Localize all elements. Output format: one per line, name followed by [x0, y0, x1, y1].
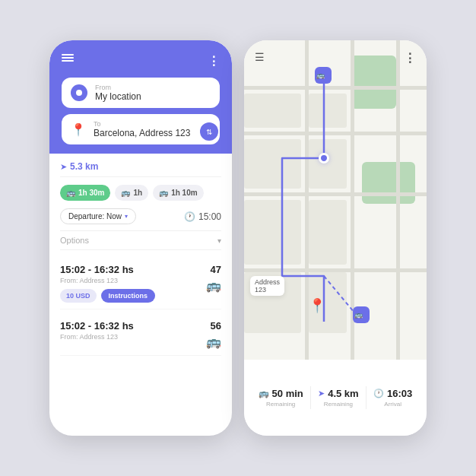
bus-icon-1: 🚌 [121, 189, 130, 197]
from-card[interactable]: From My location [62, 78, 220, 108]
price-badge-0[interactable]: 10 USD [60, 289, 97, 303]
clock-stat-icon: 🕐 [373, 389, 384, 398]
result-1-number: 56 🚌 [206, 320, 221, 349]
route-chip-2[interactable]: 🚌 1h 10m [153, 185, 203, 201]
route-result-1-info: 15:02 - 16:32 hs From: Address 123 [60, 320, 206, 345]
from-text: From My location [95, 84, 141, 102]
result-0-number: 47 🚌 [206, 264, 221, 293]
bus-stop-top-pin: 🚌 [315, 67, 332, 84]
map-container: ☰ ⋮ [244, 40, 427, 360]
bus-icon-0: 🚌 [66, 189, 75, 197]
result-0-from: From: Address 123 [60, 277, 206, 284]
current-location-pin [319, 153, 329, 163]
bus-stop-bottom: 🚌 [353, 306, 370, 323]
stat-label-1: Remaining [324, 401, 353, 408]
route-options: 🚌 1h 30m 🚌 1h 🚌 1h 10m [60, 185, 221, 201]
dest-pin-icon: 📍 [309, 299, 325, 313]
result-0-actions: 10 USD Instructions [60, 289, 206, 303]
time-display: 🕐 15:00 [184, 211, 221, 222]
bus-stat-icon: 🚌 [259, 389, 269, 398]
stat-value-0: 50 min [272, 388, 303, 399]
hamburger-icon[interactable] [62, 54, 74, 68]
left-phone-header: ⋮ From My location ⇅ 📍 To Barcelona, [49, 40, 232, 154]
map-hamburger-icon[interactable]: ☰ [255, 51, 265, 65]
map-header-icons: ☰ ⋮ [255, 51, 416, 65]
departure-row: Departure: Now ▾ 🕐 15:00 [60, 208, 221, 224]
swap-button[interactable]: ⇅ [200, 122, 218, 141]
from-label: From [95, 84, 141, 91]
stat-time-remaining: 🚌 50 min Remaining [259, 388, 303, 408]
stat-top-1: ➤ 4.5 km [318, 388, 358, 399]
stat-top-2: 🕐 16:03 [373, 388, 412, 399]
route-duration-0: 1h 30m [78, 189, 104, 197]
distance-text: 5.3 km [70, 161, 98, 172]
nav-stat-icon: ➤ [318, 389, 325, 398]
instructions-button-0[interactable]: Instructions [101, 289, 156, 303]
menu-dots-icon[interactable]: ⋮ [208, 54, 220, 68]
result-1-time: 15:02 - 16:32 hs [60, 320, 206, 332]
nav-icon: ➤ [60, 162, 67, 172]
to-value: Barcelona, Address 123 [94, 128, 190, 138]
destination-pin: 📍 [309, 299, 325, 313]
stat-arrival: 🕐 16:03 Arrival [373, 388, 412, 408]
from-dot-icon [71, 84, 87, 101]
stat-divider-0 [310, 386, 311, 409]
address-label: Address123 [250, 276, 284, 296]
route-result-0-info: 15:02 - 16:32 hs From: Address 123 10 US… [60, 264, 206, 303]
options-arrow-icon: ▾ [217, 236, 221, 245]
stat-top-0: 🚌 50 min [259, 388, 303, 399]
route-duration-1: 1h [133, 189, 142, 197]
to-text: To Barcelona, Address 123 [94, 120, 190, 138]
stat-divider-1 [366, 386, 367, 409]
bus-icon-2: 🚌 [159, 189, 168, 197]
departure-label: Departure: Now [68, 212, 122, 221]
to-pin-icon: 📍 [71, 122, 86, 137]
right-phone: ☰ ⋮ [244, 40, 427, 436]
result-0-time: 15:02 - 16:32 hs [60, 264, 206, 275]
stat-label-2: Arrival [384, 401, 401, 408]
left-phone: ⋮ From My location ⇅ 📍 To Barcelona, [49, 40, 232, 436]
bus-stop-top: 🚌 [315, 67, 332, 84]
map-dots-icon[interactable]: ⋮ [404, 51, 416, 65]
stat-value-2: 16:03 [387, 388, 412, 399]
to-label: To [94, 120, 190, 128]
bus-stop-bottom-pin: 🚌 [353, 306, 370, 323]
options-label: Options [60, 236, 89, 245]
map-bottom-bar: 🚌 50 min Remaining ➤ 4.5 km Remaining 🕐 … [244, 360, 427, 436]
route-svg [244, 40, 427, 360]
stat-value-1: 4.5 km [328, 388, 358, 399]
route-chip-1[interactable]: 🚌 1h [115, 185, 148, 201]
to-card[interactable]: 📍 To Barcelona, Address 123 [62, 114, 220, 144]
current-dot [319, 153, 329, 163]
time-value: 15:00 [198, 211, 221, 222]
dropdown-arrow-icon: ▾ [125, 213, 128, 220]
departure-select[interactable]: Departure: Now ▾ [60, 208, 136, 224]
stat-label-0: Remaining [266, 401, 295, 408]
route-chip-0[interactable]: 🚌 1h 30m [60, 185, 110, 201]
from-value: My location [95, 91, 141, 102]
address-label-container: Address123 [250, 276, 284, 296]
phone-body: ➤ 5.3 km 🚌 1h 30m 🚌 1h 🚌 1h 10m [49, 154, 232, 368]
route-result-0: 15:02 - 16:32 hs From: Address 123 10 US… [60, 258, 221, 309]
clock-icon: 🕐 [184, 211, 195, 222]
header-icons: ⋮ [62, 54, 220, 68]
result-1-from: From: Address 123 [60, 333, 206, 341]
stat-dist-remaining: ➤ 4.5 km Remaining [318, 388, 358, 408]
distance-row: ➤ 5.3 km [60, 161, 221, 177]
options-row[interactable]: Options ▾ [60, 230, 221, 250]
route-duration-2: 1h 10m [171, 189, 197, 197]
route-result-1: 15:02 - 16:32 hs From: Address 123 56 🚌 [60, 314, 221, 356]
